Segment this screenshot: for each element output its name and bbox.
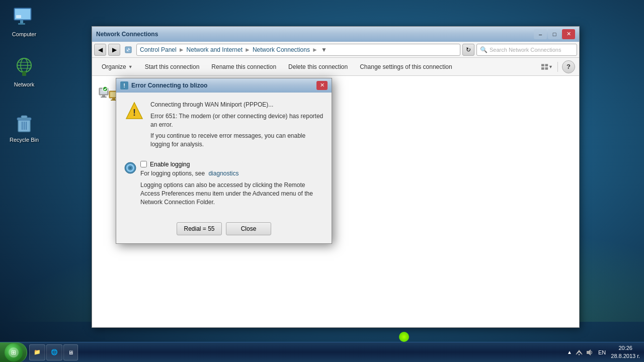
warning-icon: ! [124,101,144,121]
forward-button[interactable]: ▶ [108,44,120,56]
files-taskbar-icon: 📁 [34,349,41,355]
taskbar: ⊞ 📁 🌐 🖥 ▲ [0,342,644,362]
tray-expand-arrow[interactable]: ▲ [567,349,572,355]
dialog-messages: Connecting through WAN Miniport (PPPOE).… [150,101,324,155]
close-window-button[interactable]: ✕ [562,29,575,39]
desktop-icon-network[interactable]: Network [4,55,44,87]
network-icon-label: Network [14,81,34,87]
recycle-icon-label: Recycle Bin [10,137,39,143]
dialog-title-left: ! Error Connecting to blizoo [120,81,207,89]
svg-point-32 [103,86,108,92]
error-message: Error 651: The modem (or other connectin… [150,112,324,129]
search-bar[interactable]: 🔍 Search Network Connections [476,44,577,56]
breadcrumb-sep-2: ► [245,46,251,53]
rename-connection-button[interactable]: Rename this connection [206,60,282,74]
breadcrumb-control-panel[interactable]: Control Panel [140,46,177,53]
delete-connection-button[interactable]: Delete this connection [283,60,353,74]
tray-time: 20:26 [611,344,640,352]
logging-checkbox-row: Enable logging [140,161,324,168]
svg-point-52 [129,167,131,169]
breadcrumb-dropdown[interactable]: ▼ [320,45,328,55]
svg-rect-22 [541,67,544,69]
desktop-icon-computer[interactable]: Computer [4,5,44,37]
svg-rect-30 [112,98,115,100]
address-bar: ◀ ▶ Control Panel ► Network and Internet… [92,42,579,58]
svg-rect-23 [545,67,548,69]
computer-icon-label: Computer [12,31,36,37]
browser-taskbar-icon: 🌐 [51,349,58,355]
window-title: Network Connections [96,31,158,38]
logging-note: Logging options can also be accessed by … [140,181,324,206]
dialog-main-row: ! Connecting through WAN Miniport (PPPOE… [124,101,324,155]
taskbar-items: 📁 🌐 🖥 [27,344,563,360]
recycle-icon [12,111,36,135]
redial-button[interactable]: Redial = 55 [177,222,222,235]
svg-rect-4 [16,15,21,18]
dialog-titlebar: ! Error Connecting to blizoo ✕ [116,78,332,93]
maximize-button[interactable]: □ [548,29,561,39]
svg-rect-2 [20,20,23,23]
tray-date: 28.8.2013 г. [611,352,640,360]
svg-rect-14 [21,116,27,118]
back-button[interactable]: ◀ [94,44,106,56]
minimize-button[interactable]: – [534,29,547,39]
diagnostics-link[interactable]: diagnostics [208,170,238,177]
dialog-close-button[interactable]: ✕ [316,81,328,90]
breadcrumb-bar: Control Panel ► Network and Internet ► N… [136,44,460,56]
svg-point-54 [579,353,580,355]
svg-rect-27 [101,97,107,98]
network-tray-icon [575,348,583,356]
start-orb: ⊞ [5,343,23,361]
start-connection-button[interactable]: Start this connection [139,60,205,74]
organize-button[interactable]: Organize ▼ [96,60,138,74]
svg-rect-3 [18,23,25,25]
display-taskbar-icon: 🖥 [68,349,73,355]
svg-text:!: ! [133,108,136,118]
breadcrumb-sep-3: ► [312,46,318,53]
window-titlebar: Network Connections – □ ✕ [92,27,579,42]
enable-logging-checkbox[interactable] [140,161,147,167]
view-dropdown-arrow: ▼ [548,64,553,69]
taskbar-tray: ▲ EN 20:26 28.8.2013 г. [563,344,644,360]
organize-dropdown-arrow: ▼ [128,64,133,69]
svg-text:⊞: ⊞ [11,349,16,356]
close-dialog-button[interactable]: Close [226,222,271,235]
logging-right: Enable logging For logging options, see … [140,161,324,214]
svg-rect-26 [102,95,105,97]
taskbar-item-browser[interactable]: 🌐 [46,344,62,360]
svg-rect-21 [545,64,548,66]
tray-language: EN [598,349,606,355]
taskbar-item-files[interactable]: 📁 [29,344,45,360]
error-dialog: ! Error Connecting to blizoo ✕ ! Connect… [116,78,332,244]
connecting-message: Connecting through WAN Miniport (PPPOE).… [150,101,324,109]
svg-text:!: ! [123,82,125,88]
change-settings-button[interactable]: Change settings of this connection [354,60,457,74]
network-desktop-icon [12,55,36,79]
help-button[interactable]: ? [562,60,575,73]
start-button[interactable]: ⊞ [0,342,27,363]
tray-clock: 20:26 28.8.2013 г. [611,344,640,360]
view-options-button[interactable]: ▼ [540,60,553,73]
desktop-icon-recycle[interactable]: Recycle Bin [4,111,44,143]
tray-icons [575,348,593,356]
svg-rect-20 [541,64,544,66]
dialog-title-icon: ! [120,81,128,89]
toolbar: Organize ▼ Start this connection Rename … [92,58,579,76]
logging-section: Enable logging For logging options, see … [124,161,324,214]
volume-tray-icon [585,348,593,356]
svg-rect-11 [22,72,26,76]
dialog-title-text: Error Connecting to blizoo [131,82,207,89]
desktop: Computer Network [0,0,644,362]
taskbar-item-display[interactable]: 🖥 [63,344,78,360]
enable-logging-label[interactable]: Enable logging [150,161,190,168]
refresh-button[interactable]: ↻ [462,44,474,56]
breadcrumb-network-connections[interactable]: Network Connections [253,46,310,53]
search-icon: 🔍 [480,46,488,53]
computer-icon [12,5,36,29]
dialog-content: ! Connecting through WAN Miniport (PPPOE… [116,93,332,243]
breadcrumb-network-internet[interactable]: Network and Internet [187,46,243,53]
recent-button[interactable] [122,46,134,54]
logging-icon [124,162,136,174]
mouse-cursor [399,332,409,342]
toolbar-right: ▼ ? [540,60,575,73]
